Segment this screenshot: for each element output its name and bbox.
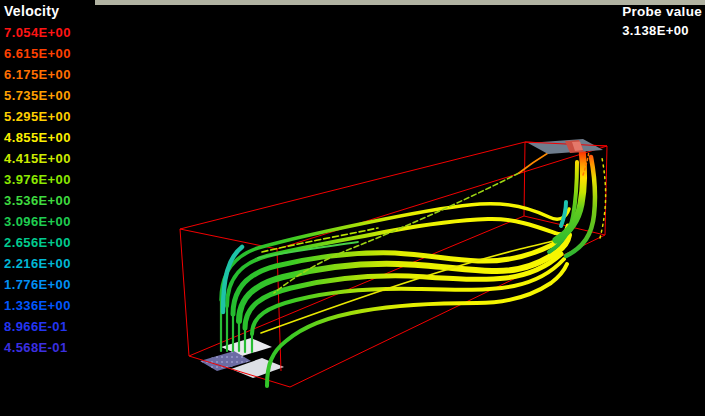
legend-value: 3.536E+00 xyxy=(4,190,71,211)
legend-value: 6.615E+00 xyxy=(4,43,71,64)
legend-panel: Velocity 7.054E+006.615E+006.175E+005.73… xyxy=(4,3,114,21)
probe-label: Probe value xyxy=(622,4,702,19)
streamline xyxy=(519,153,548,173)
probe-panel: Probe value 3.138E+00 xyxy=(622,4,702,38)
probe-value: 3.138E+00 xyxy=(622,23,702,38)
legend-value: 4.415E+00 xyxy=(4,148,71,169)
legend-value: 4.568E-01 xyxy=(4,337,71,358)
outlet-region xyxy=(525,139,607,154)
legend-value: 3.976E+00 xyxy=(4,169,71,190)
legend-value: 6.175E+00 xyxy=(4,64,71,85)
legend-value: 4.855E+00 xyxy=(4,127,71,148)
legend-value: 1.776E+00 xyxy=(4,274,71,295)
streamlines xyxy=(221,149,606,386)
streamline-teal xyxy=(561,202,566,226)
legend-title: Velocity xyxy=(4,3,114,21)
application-window: Velocity 7.054E+006.615E+006.175E+005.73… xyxy=(0,0,705,416)
legend-value: 2.216E+00 xyxy=(4,253,71,274)
legend-value: 2.656E+00 xyxy=(4,232,71,253)
legend-value: 7.054E+00 xyxy=(4,22,71,43)
legend-value: 8.966E-01 xyxy=(4,316,71,337)
viewport-3d[interactable] xyxy=(0,0,705,416)
legend-entries: 7.054E+006.615E+006.175E+005.735E+005.29… xyxy=(4,22,71,358)
legend-value: 3.096E+00 xyxy=(4,211,71,232)
legend-value: 5.295E+00 xyxy=(4,106,71,127)
legend-value: 1.336E+00 xyxy=(4,295,71,316)
legend-value: 5.735E+00 xyxy=(4,85,71,106)
